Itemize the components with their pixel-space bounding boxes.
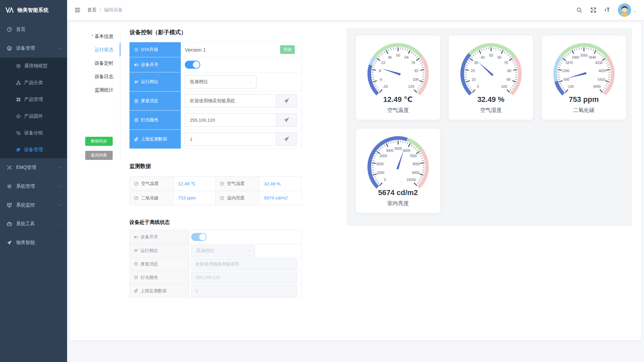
svg-text:36: 36 (387, 55, 391, 59)
logo[interactable]: 物美智能系统 (0, 0, 67, 20)
tab-设备日志[interactable]: 设备日志 (70, 70, 120, 83)
sidebar-item-4[interactable]: 系统监控 (0, 196, 67, 215)
sidebar-fold-icon[interactable] (74, 7, 80, 13)
lines-icon (134, 248, 138, 253)
ota-icon (134, 48, 139, 52)
control-row-3: 屏显消息欢迎使用物美智能系统 (129, 92, 302, 111)
offline-row-0: 设备开关 (130, 230, 302, 244)
monitor-icon (7, 202, 12, 208)
sidebar-menu: 首页设备管理通用物模型产品分类产品管理产品固件设备分组设备管理EMQ管理系统管理… (0, 20, 67, 252)
avatar[interactable] (618, 3, 631, 17)
gauge-label: 二氧化碳 (573, 107, 595, 114)
gear-icon (7, 184, 12, 189)
sidebar-item-2[interactable]: EMQ管理 (0, 158, 67, 177)
send-button[interactable] (276, 113, 297, 127)
font-size-icon[interactable]: TT (604, 7, 610, 13)
offline-row-value: 255,100,120 (189, 271, 302, 284)
svg-text:1870: 1870 (565, 61, 573, 65)
send-plane-icon (283, 117, 289, 123)
send-button[interactable] (276, 132, 297, 146)
chevron-down-icon (247, 249, 251, 253)
app-title: 物美智能系统 (17, 7, 49, 13)
send-button[interactable] (276, 94, 297, 108)
sidebar-subitem-label: 产品管理 (24, 97, 43, 103)
svg-text:2000: 2000 (376, 162, 384, 166)
sidebar-item-label: 系统工具 (16, 221, 35, 227)
sidebar-subitem-label: 设备分组 (24, 130, 43, 136)
text-input[interactable]: 1 (185, 132, 276, 146)
tab-基本信息[interactable]: *基本信息 (70, 29, 120, 43)
control-row-0: OTA升级Version 1升级 (129, 42, 302, 57)
grid-icon (16, 97, 21, 102)
chevron-down-icon (57, 185, 61, 188)
sidebar-subitem-1-2[interactable]: 产品管理 (0, 91, 67, 108)
document-icon (134, 118, 139, 122)
sidebar-subitem-1-0[interactable]: 通用物模型 (0, 58, 67, 74)
sidebar-subitem-1-5[interactable]: 设备管理 (0, 141, 67, 158)
sidebar-subitem-1-3[interactable]: 产品固件 (0, 108, 67, 125)
upgrade-button[interactable]: 升级 (280, 45, 295, 54)
tab-监测统计[interactable]: 监测统计 (70, 83, 120, 97)
sidebar-subitem-1-1[interactable]: 产品分类 (0, 74, 67, 91)
gauge-chart: 1006901280187024603050364042304820541060… (549, 40, 619, 98)
svg-text:8000: 8000 (413, 162, 420, 166)
document-icon (134, 275, 138, 280)
svg-text:0: 0 (477, 84, 479, 88)
gauge-value: 32.49 % (477, 95, 504, 104)
gauge-chart: -20-68223650647892106120 (363, 40, 433, 98)
sidebar-item-6[interactable]: 物美智能 (0, 233, 67, 252)
svg-text:78: 78 (411, 61, 415, 65)
back-to-list-button[interactable]: 返回列表 (85, 151, 113, 160)
offline-row-3: 灯光颜色255,100,120 (130, 270, 302, 284)
gauge-panel: -20-6822365064789210612012.49 ℃空气温度01020… (346, 28, 632, 226)
sidebar-subitem-1-4[interactable]: 设备分组 (0, 125, 67, 141)
sidebar-item-label: 物美智能 (16, 240, 35, 246)
svg-text:106: 106 (413, 77, 419, 81)
monitor-table: 空气温度12.49 ℃空气湿度32.49 %二氧化碳753 ppm室内亮度567… (129, 176, 302, 205)
breadcrumb-home[interactable]: 首页 (87, 7, 97, 13)
svg-text:-20: -20 (382, 84, 388, 88)
sidebar-subitem-label: 设备管理 (24, 147, 43, 153)
control-row-2: 运行档位低速档位 (129, 72, 302, 92)
offline-table: 设备开关运行档位高速档位屏显消息欢迎使用物美智能系统灯光颜色255,100,12… (129, 230, 302, 298)
svg-text:70: 70 (504, 61, 508, 65)
paperclip-icon (134, 289, 138, 293)
svg-text:120: 120 (408, 84, 414, 88)
tab-设备定时[interactable]: 设备定时 (70, 56, 120, 70)
offline-row-label: 运行档位 (130, 244, 189, 257)
sidebar-subitem-label: 通用物模型 (24, 63, 48, 69)
svg-text:6000: 6000 (402, 149, 410, 153)
sidebar-item-3[interactable]: 系统管理 (0, 177, 67, 196)
svg-text:4000: 4000 (386, 149, 393, 153)
lines-icon (134, 80, 139, 84)
tab-运行状态[interactable]: 运行状态 (70, 43, 120, 56)
gauge-card-空气温度: -20-6822365064789210612012.49 ℃空气温度 (356, 35, 440, 120)
input-value: 1 (190, 137, 193, 142)
control-label-text: 灯光颜色 (141, 117, 158, 123)
control-row-label: 设备开关 (129, 57, 181, 72)
chevron-down-icon (57, 222, 61, 226)
sidebar-item-label: 首页 (16, 26, 25, 33)
control-label-text: OTA升级 (141, 47, 158, 53)
offline-row-label: 设备开关 (130, 230, 189, 244)
device-switch-toggle[interactable] (185, 61, 200, 69)
text-input[interactable]: 欢迎使用物美智能系统 (185, 94, 276, 108)
sidebar-item-5[interactable]: 系统工具 (0, 215, 67, 233)
sidebar-item-0[interactable]: 首页 (0, 20, 67, 39)
tab-label: 监测统计 (95, 87, 113, 93)
search-icon[interactable] (576, 7, 582, 13)
data-sync-button[interactable]: 数据同步 (85, 137, 113, 146)
required-asterisk: * (92, 34, 93, 39)
input-value: 欢迎使用物美智能系统 (196, 261, 239, 267)
tab-label: 运行状态 (95, 47, 113, 52)
user-menu[interactable] (618, 3, 637, 17)
sidebar-item-1[interactable]: 设备管理 (0, 39, 67, 58)
paperclip-icon (134, 137, 139, 141)
monitor-value-text: 5674 cd/m2 (264, 195, 288, 200)
gauge-icon (134, 181, 139, 186)
svg-text:10000: 10000 (406, 178, 416, 182)
text-input[interactable]: 255,100,120 (185, 113, 276, 127)
fullscreen-icon[interactable] (590, 7, 596, 13)
control-row-1: 设备开关 (129, 57, 302, 72)
run-mode-select[interactable]: 低速档位 (185, 75, 257, 88)
